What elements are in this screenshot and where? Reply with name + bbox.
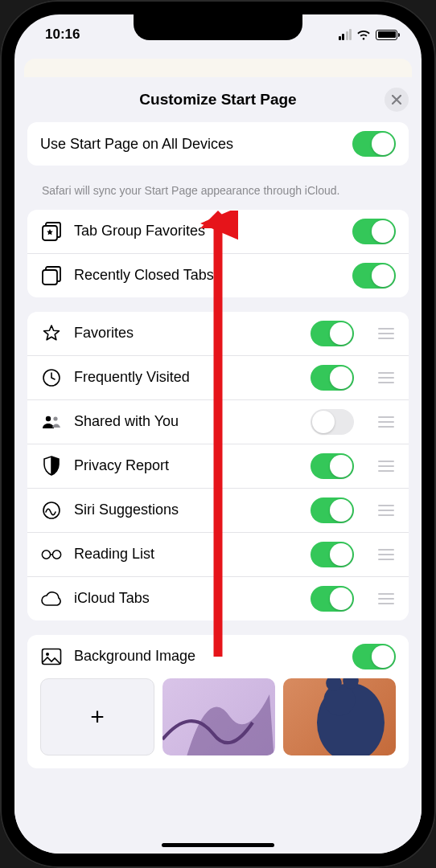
battery-icon <box>376 30 397 40</box>
row-label: Siri Suggestions <box>74 502 299 518</box>
svg-point-6 <box>42 551 50 559</box>
sheet-header: Customize Start Page <box>14 77 422 122</box>
row-label: Shared with You <box>74 413 299 430</box>
row-label: Favorites <box>74 325 299 342</box>
background-image-group: Background Image + <box>27 635 409 768</box>
icloud-tabs-toggle[interactable] <box>311 586 354 612</box>
svg-point-9 <box>46 653 49 656</box>
drag-handle[interactable] <box>376 372 396 383</box>
background-thumbnails: + <box>27 678 409 768</box>
home-indicator[interactable] <box>162 843 274 847</box>
svg-point-5 <box>43 502 60 518</box>
row-label: Frequently Visited <box>74 369 299 386</box>
row-label: Use Start Page on All Devices <box>40 136 341 153</box>
drag-handle[interactable] <box>376 461 396 472</box>
row-label: Privacy Report <box>74 457 299 474</box>
add-background-button[interactable]: + <box>40 678 154 755</box>
reading-list-row: Reading List <box>27 532 409 576</box>
use-start-page-all-devices-toggle[interactable] <box>352 131 396 157</box>
recently-closed-tabs-row: Recently Closed Tabs <box>27 253 409 297</box>
plus-icon: + <box>90 703 105 731</box>
sheet-content[interactable]: Use Start Page on All Devices Safari wil… <box>14 122 422 768</box>
recently-closed-tabs-icon <box>40 265 63 286</box>
sections-group: Favorites Frequently Visited <box>27 312 409 620</box>
privacy-report-toggle[interactable] <box>311 453 354 479</box>
star-icon <box>40 324 63 343</box>
tab-group-favorites-toggle[interactable] <box>352 219 396 244</box>
svg-point-11 <box>323 684 355 715</box>
cloud-icon <box>40 592 63 606</box>
close-icon <box>392 95 401 104</box>
siri-suggestions-row: Siri Suggestions <box>27 488 409 532</box>
privacy-report-row: Privacy Report <box>27 444 409 488</box>
tab-features-group: Tab Group Favorites Recently Closed Tabs <box>27 210 409 297</box>
siri-suggestions-toggle[interactable] <box>311 497 354 523</box>
wifi-icon <box>356 30 371 40</box>
drag-handle[interactable] <box>376 328 396 339</box>
background-option-2[interactable] <box>283 678 396 755</box>
screen: 10:16 Customize Start Page <box>14 14 422 854</box>
row-label: Recently Closed Tabs <box>74 267 341 284</box>
recently-closed-tabs-toggle[interactable] <box>352 263 396 289</box>
sync-group: Use Start Page on All Devices <box>27 122 409 166</box>
status-time: 10:16 <box>45 27 80 43</box>
row-label: iCloud Tabs <box>74 590 299 607</box>
drag-handle[interactable] <box>376 549 396 560</box>
svg-point-3 <box>46 416 51 421</box>
background-image-row: Background Image <box>27 635 409 678</box>
background-option-1[interactable] <box>162 678 275 755</box>
drag-handle[interactable] <box>376 505 396 516</box>
background-image-toggle[interactable] <box>352 644 396 669</box>
favorites-toggle[interactable] <box>311 321 354 346</box>
cellular-signal-icon <box>339 29 352 40</box>
tab-group-favorites-row: Tab Group Favorites <box>27 210 409 253</box>
reading-list-toggle[interactable] <box>311 542 354 567</box>
drag-handle[interactable] <box>376 416 396 428</box>
svg-rect-1 <box>43 270 57 285</box>
siri-icon <box>40 501 63 520</box>
svg-point-4 <box>53 416 57 420</box>
shield-icon <box>40 456 63 477</box>
notch <box>134 14 302 40</box>
picture-icon <box>40 648 63 665</box>
frequently-visited-toggle[interactable] <box>311 365 354 391</box>
close-button[interactable] <box>385 88 409 112</box>
sync-footer-note: Safari will sync your Start Page appeara… <box>27 180 409 210</box>
shared-with-you-row: Shared with You <box>27 399 409 444</box>
row-label: Tab Group Favorites <box>74 223 341 240</box>
device-frame: 10:16 Customize Start Page <box>0 0 436 868</box>
row-label: Background Image <box>74 648 341 665</box>
favorites-row: Favorites <box>27 312 409 355</box>
icloud-tabs-row: iCloud Tabs <box>27 576 409 620</box>
drag-handle[interactable] <box>376 593 396 604</box>
frequently-visited-row: Frequently Visited <box>27 355 409 399</box>
clock-icon <box>40 368 63 387</box>
sheet-title: Customize Start Page <box>139 91 296 108</box>
customize-sheet: Customize Start Page Use Start Page on A… <box>14 77 422 854</box>
row-label: Reading List <box>74 546 299 563</box>
use-start-page-all-devices-row: Use Start Page on All Devices <box>27 122 409 166</box>
tab-group-favorites-icon <box>40 221 63 242</box>
status-indicators <box>339 29 398 40</box>
shared-with-you-toggle[interactable] <box>311 409 354 435</box>
svg-point-7 <box>52 551 60 559</box>
shared-with-you-icon <box>40 414 63 430</box>
glasses-icon <box>40 549 63 560</box>
